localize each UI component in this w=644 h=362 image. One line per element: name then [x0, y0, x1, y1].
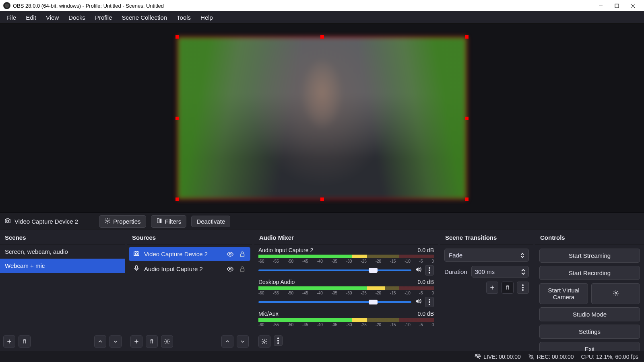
remove-source-button[interactable] [146, 335, 158, 348]
scene-move-up-button[interactable] [94, 335, 106, 348]
svg-point-9 [229, 268, 231, 270]
sources-header: Sources [127, 230, 252, 245]
svg-point-11 [166, 341, 168, 342]
svg-point-24 [522, 289, 524, 291]
mixer-header: Audio Mixer [254, 230, 438, 245]
lock-toggle[interactable] [238, 250, 246, 258]
resize-handle-tm[interactable] [320, 35, 324, 39]
svg-rect-8 [136, 265, 138, 269]
remove-transition-button[interactable] [502, 282, 514, 294]
resize-handle-tl[interactable] [175, 35, 179, 39]
obs-logo-icon [3, 2, 10, 9]
preview-canvas[interactable] [177, 37, 467, 200]
studio-mode-button[interactable]: Studio Mode [539, 307, 640, 321]
filters-label: Filters [165, 218, 182, 225]
selected-source-bounds[interactable] [177, 37, 467, 200]
lock-toggle[interactable] [238, 265, 246, 273]
scenes-header: Scenes [0, 230, 125, 245]
transition-menu-button[interactable] [517, 282, 529, 294]
visibility-toggle[interactable] [226, 265, 234, 273]
channel-menu-button[interactable] [425, 297, 434, 307]
resize-handle-ml[interactable] [175, 117, 179, 120]
scene-item[interactable]: Screen, webcam, audio [0, 245, 125, 259]
spin-up-icon[interactable] [521, 269, 525, 272]
maximize-button[interactable] [609, 0, 625, 11]
deactivate-button[interactable]: Deactivate [191, 216, 230, 227]
virtual-camera-settings-button[interactable] [591, 283, 640, 304]
mute-toggle[interactable] [415, 298, 422, 306]
svg-point-22 [522, 284, 524, 286]
meter-scale: -60-55-50-45-40-35-30-25-20-15-10-50 [258, 291, 434, 295]
svg-point-23 [522, 287, 524, 288]
menu-tools[interactable]: Tools [172, 13, 196, 22]
menu-edit[interactable]: Edit [21, 13, 41, 22]
current-source-name: Video Capture Device 2 [14, 218, 78, 225]
mixer-settings-button[interactable] [258, 335, 270, 348]
channel-menu-button[interactable] [425, 265, 434, 276]
current-source-label: Video Capture Device 2 [4, 217, 78, 226]
remove-scene-button[interactable] [19, 335, 31, 348]
audio-mixer-panel: Audio Mixer Audio Input Capture 2 0.0 dB… [254, 230, 438, 351]
mute-toggle[interactable] [415, 266, 422, 275]
spin-down-icon[interactable] [521, 272, 525, 275]
menu-docks[interactable]: Docks [64, 13, 90, 22]
volume-slider[interactable] [258, 267, 411, 273]
visibility-toggle[interactable] [226, 250, 234, 258]
menu-profile[interactable]: Profile [90, 13, 117, 22]
resize-handle-br[interactable] [465, 197, 469, 201]
scene-item[interactable]: Webcam + mic [0, 259, 125, 273]
source-label: Video Capture Device 2 [144, 251, 222, 257]
scenes-list: Screen, webcam, audio Webcam + mic [0, 245, 125, 332]
svg-point-21 [277, 342, 279, 344]
close-button[interactable] [625, 0, 641, 11]
gear-icon [613, 290, 619, 298]
transition-select[interactable]: Fade [444, 249, 529, 262]
channel-name: Desktop Audio [258, 279, 295, 285]
svg-point-17 [429, 304, 430, 305]
svg-point-1 [6, 220, 8, 222]
svg-rect-3 [157, 218, 159, 223]
menu-scene-collection[interactable]: Scene Collection [117, 13, 172, 22]
menu-view[interactable]: View [41, 13, 64, 22]
source-move-up-button[interactable] [221, 335, 233, 348]
sources-panel: Sources Video Capture Device 2 Audio Inp… [127, 230, 252, 351]
channel-name: Audio Input Capture 2 [258, 247, 313, 253]
sources-list: Video Capture Device 2 Audio Input Captu… [127, 245, 252, 332]
transition-value: Fade [449, 252, 462, 259]
resize-handle-mr[interactable] [465, 117, 469, 120]
rec-label: REC: 00:00:00 [537, 354, 574, 360]
add-scene-button[interactable] [3, 335, 15, 348]
titlebar: OBS 28.0.0 (64-bit, windows) - Profile: … [0, 0, 644, 11]
svg-point-5 [135, 253, 137, 255]
controls-body: Start Streaming Start Recording Start Vi… [535, 245, 644, 360]
svg-rect-7 [241, 254, 244, 257]
filters-button[interactable]: Filters [151, 215, 187, 228]
source-item[interactable]: Audio Input Capture 2 [129, 262, 250, 276]
transitions-panel: Scene Transitions Fade Duration 300 ms [440, 230, 533, 351]
scene-move-down-button[interactable] [109, 335, 122, 348]
mixer-menu-button[interactable] [274, 335, 283, 346]
scenes-panel: Scenes Screen, webcam, audio Webcam + mi… [0, 230, 125, 351]
source-properties-button[interactable] [161, 335, 173, 348]
source-item[interactable]: Video Capture Device 2 [129, 247, 250, 261]
resize-handle-bm[interactable] [320, 197, 324, 201]
channel-db: 0.0 dB [418, 247, 434, 253]
duration-spinner[interactable]: 300 ms [471, 266, 529, 278]
preview-area[interactable] [0, 24, 644, 212]
add-source-button[interactable] [130, 335, 142, 348]
svg-point-19 [277, 337, 279, 339]
add-transition-button[interactable] [486, 282, 498, 294]
menu-help[interactable]: Help [196, 13, 218, 22]
volume-slider[interactable] [258, 299, 411, 305]
duration-label: Duration [444, 268, 467, 275]
minimize-button[interactable] [592, 0, 609, 11]
properties-button[interactable]: Properties [99, 215, 146, 228]
menu-file[interactable]: File [2, 13, 21, 22]
start-virtual-camera-button[interactable]: Start Virtual Camera [539, 283, 588, 304]
resize-handle-tr[interactable] [465, 35, 469, 39]
start-streaming-button[interactable]: Start Streaming [539, 249, 640, 263]
resize-handle-bl[interactable] [175, 197, 179, 201]
start-recording-button[interactable]: Start Recording [539, 266, 640, 280]
source-move-down-button[interactable] [237, 335, 249, 348]
settings-button[interactable]: Settings [539, 325, 640, 339]
